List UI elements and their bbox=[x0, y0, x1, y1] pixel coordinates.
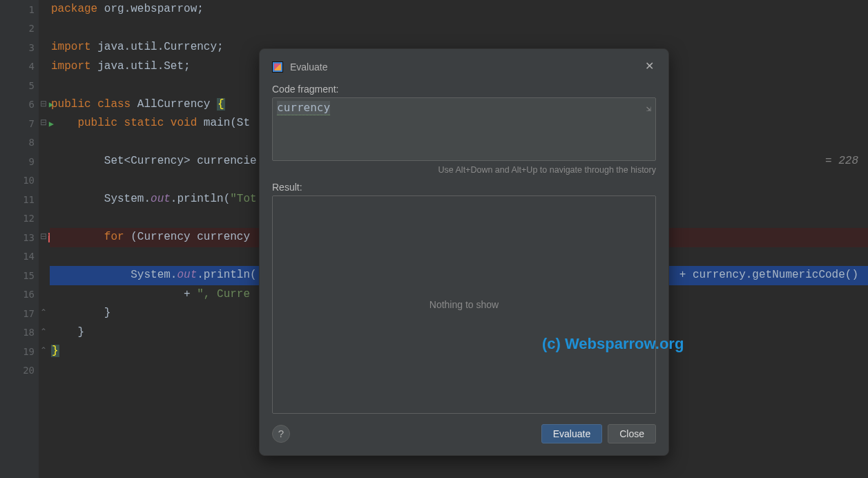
gutter-line[interactable]: 4 bbox=[0, 57, 39, 77]
code-fragment-input[interactable]: currency ⇲ bbox=[272, 97, 656, 161]
gutter-line[interactable]: 11 bbox=[0, 190, 39, 209]
history-hint: Use Alt+Down and Alt+Up to navigate thro… bbox=[272, 165, 656, 175]
gutter-line[interactable]: 6▶ bbox=[0, 95, 39, 115]
code-line-tail: + currency.getNumericCode() bbox=[679, 266, 858, 285]
code-line[interactable] bbox=[50, 19, 868, 39]
gutter-line[interactable]: 16 bbox=[0, 285, 39, 305]
watermark: (c) Websparrow.org bbox=[542, 335, 684, 353]
gutter: 123456▶7▶891011121314151617181920 bbox=[0, 0, 39, 478]
gutter-line[interactable]: 20 bbox=[0, 361, 39, 381]
gutter-line[interactable]: 5 bbox=[0, 76, 39, 95]
code-line[interactable]: package org.websparrow; bbox=[50, 0, 868, 19]
dialog-titlebar: Evaluate ✕ bbox=[272, 59, 656, 75]
gutter-line[interactable]: 19 bbox=[0, 342, 39, 361]
code-fragment-value: currency bbox=[277, 101, 330, 115]
dialog-title: Evaluate bbox=[290, 61, 327, 73]
result-empty-text: Nothing to show bbox=[430, 299, 499, 310]
fold-toggle-icon[interactable]: ⌃ bbox=[40, 309, 46, 316]
code-fragment-label: Code fragment: bbox=[272, 84, 656, 95]
fold-toggle-icon[interactable]: ⌃ bbox=[40, 329, 46, 335]
gutter-line[interactable]: 10 bbox=[0, 171, 39, 191]
gutter-line[interactable]: 12 bbox=[0, 209, 39, 229]
result-panel: Nothing to show bbox=[272, 195, 656, 414]
gutter-line[interactable]: 2 bbox=[0, 19, 39, 39]
fold-toggle-icon[interactable]: ⊟ bbox=[40, 120, 46, 126]
close-button[interactable]: Close bbox=[608, 424, 656, 443]
fold-toggle-icon[interactable]: ⌃ bbox=[40, 347, 46, 354]
evaluate-button[interactable]: Evaluate bbox=[541, 424, 602, 443]
code-line-tail: = 228 bbox=[818, 152, 858, 171]
gutter-line[interactable]: 8 bbox=[0, 133, 39, 153]
collapse-icon[interactable]: ⇲ bbox=[646, 104, 651, 113]
close-icon[interactable]: ✕ bbox=[642, 60, 656, 74]
intellij-icon bbox=[272, 61, 283, 73]
gutter-line[interactable]: 7▶ bbox=[0, 114, 39, 133]
gutter-line[interactable]: 18 bbox=[0, 323, 39, 343]
gutter-line[interactable]: 14 bbox=[0, 247, 39, 267]
fold-toggle-icon[interactable]: ⊟ bbox=[40, 233, 46, 240]
help-button[interactable]: ? bbox=[272, 425, 290, 443]
evaluate-dialog: Evaluate ✕ Code fragment: currency ⇲ Use… bbox=[259, 48, 669, 456]
fold-column: ⊟⊟⊟⌃⌃⌃ bbox=[39, 0, 48, 478]
gutter-line[interactable]: 3 bbox=[0, 38, 39, 57]
gutter-line[interactable]: 13 bbox=[0, 228, 39, 247]
dialog-footer: ? Evaluate Close bbox=[272, 422, 656, 446]
gutter-line[interactable]: 15 bbox=[0, 266, 39, 285]
gutter-line[interactable]: 1 bbox=[0, 0, 39, 19]
gutter-line[interactable]: 9 bbox=[0, 152, 39, 171]
fold-toggle-icon[interactable]: ⊟ bbox=[40, 101, 46, 107]
gutter-line[interactable]: 17 bbox=[0, 304, 39, 323]
result-label: Result: bbox=[272, 182, 656, 193]
